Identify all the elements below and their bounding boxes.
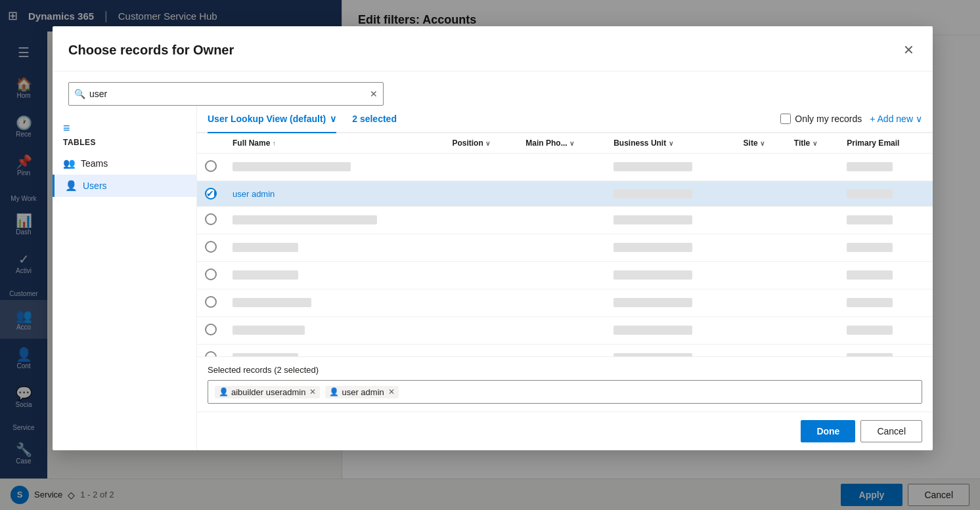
table-row[interactable] (197, 289, 933, 317)
search-icon: 🔍 (74, 89, 85, 99)
cell-site (736, 181, 786, 207)
selected-records-label: Selected records (2 selected) (208, 365, 922, 375)
col-site[interactable]: Site ∨ (736, 133, 786, 154)
tab-bar-right: Only my records + Add new ∨ (780, 114, 922, 124)
view-tab[interactable]: User Lookup View (default) ∨ (208, 106, 336, 133)
cell-bu (613, 162, 692, 171)
cell-title (786, 234, 839, 262)
cell-title (786, 345, 839, 357)
cell-position (444, 317, 518, 345)
selected-records-section: Selected records (2 selected) 👤 aibuilde… (197, 356, 933, 412)
users-icon: 👤 (65, 180, 78, 192)
cell-phone (518, 154, 606, 181)
only-my-records-text: Only my records (795, 114, 862, 124)
cancel-button[interactable]: Cancel (860, 420, 922, 442)
modal-footer: Done Cancel (197, 412, 933, 450)
only-my-records-checkbox[interactable] (780, 114, 791, 124)
cell-site (736, 207, 786, 234)
col-title[interactable]: Title ∨ (786, 133, 839, 154)
row-radio[interactable] (205, 296, 217, 308)
col-position[interactable]: Position ∨ (444, 133, 518, 154)
cell-email (847, 162, 893, 171)
cell-bu (613, 270, 692, 280)
search-section: 🔍 ✕ (53, 72, 933, 106)
cell-site (736, 154, 786, 181)
search-clear-icon[interactable]: ✕ (370, 89, 378, 99)
table-row[interactable] (197, 207, 933, 234)
cell-name (233, 326, 305, 335)
table-row[interactable] (197, 234, 933, 262)
row-radio[interactable] (205, 213, 217, 225)
cell-phone (518, 207, 606, 234)
add-new-chevron: ∨ (916, 114, 922, 124)
cell-site (736, 317, 786, 345)
done-button[interactable]: Done (801, 420, 855, 442)
modal-header: Choose records for Owner ✕ (53, 26, 933, 72)
cell-site (736, 345, 786, 357)
chip-user-icon-1: 👤 (329, 387, 339, 396)
chip-user-icon-0: 👤 (219, 387, 229, 396)
users-label: Users (83, 181, 107, 191)
table-header-row: Full Name ↑ Position ∨ Main Pho... ∨ Bus… (197, 133, 933, 154)
cell-email (847, 270, 893, 280)
selected-count: 2 selected (352, 114, 397, 124)
cell-title (786, 181, 839, 207)
selected-count-tab[interactable]: 2 selected (352, 106, 397, 133)
add-new-button[interactable]: + Add new ∨ (870, 114, 922, 124)
search-input[interactable] (89, 89, 370, 99)
row-radio[interactable] (205, 268, 217, 280)
hamburger-icon: ≡ (63, 121, 70, 135)
chip-close-0[interactable]: ✕ (309, 387, 316, 396)
cell-title (786, 289, 839, 317)
cell-phone (518, 262, 606, 289)
chip-close-1[interactable]: ✕ (388, 387, 395, 396)
row-radio[interactable] (205, 324, 217, 335)
right-panel: User Lookup View (default) ∨ 2 selected … (197, 106, 933, 450)
cell-name (233, 162, 351, 171)
sidebar-item-users[interactable]: 👤 Users (53, 175, 196, 197)
modal-body: ≡ Tables 👥 Teams 👤 Users User Lookup Vie… (53, 106, 933, 450)
col-business-unit[interactable]: Business Unit ∨ (606, 133, 735, 154)
cell-title (786, 262, 839, 289)
table-row[interactable] (197, 154, 933, 181)
only-my-records-label[interactable]: Only my records (780, 114, 862, 124)
cell-phone (518, 345, 606, 357)
table-row[interactable]: ✔ user admin (197, 181, 933, 207)
row-radio[interactable] (205, 351, 217, 356)
row-radio[interactable] (205, 160, 217, 172)
cell-name-link[interactable]: user admin (233, 189, 275, 199)
cell-position (444, 234, 518, 262)
cell-email (847, 298, 893, 307)
records-table-scroll[interactable]: Full Name ↑ Position ∨ Main Pho... ∨ Bus… (197, 133, 933, 356)
cell-title (786, 154, 839, 181)
choose-records-modal: Choose records for Owner ✕ 🔍 ✕ ≡ Tables … (53, 26, 933, 450)
cell-title (786, 317, 839, 345)
cell-bu (613, 298, 692, 307)
col-fullname[interactable]: Full Name ↑ (225, 133, 444, 154)
sidebar-item-teams[interactable]: 👥 Teams (53, 152, 196, 175)
col-email[interactable]: Primary Email (839, 133, 933, 154)
col-phone[interactable]: Main Pho... ∨ (518, 133, 606, 154)
cell-position (444, 345, 518, 357)
cell-site (736, 289, 786, 317)
chip-label-1: user admin (342, 387, 384, 397)
search-input-wrapper[interactable]: 🔍 ✕ (68, 82, 384, 106)
table-row[interactable] (197, 345, 933, 357)
cell-name (233, 215, 377, 224)
table-row[interactable] (197, 262, 933, 289)
chip-useradmin: 👤 user admin ✕ (325, 386, 398, 398)
row-radio[interactable] (205, 241, 217, 253)
modal-close-button[interactable]: ✕ (901, 39, 917, 60)
row-radio-checked[interactable]: ✔ (205, 188, 217, 200)
cell-position (444, 207, 518, 234)
cell-name (233, 298, 311, 307)
selected-chips-container: 👤 aibuilder useradmin ✕ 👤 user admin ✕ (208, 380, 922, 404)
left-panel: ≡ Tables 👥 Teams 👤 Users (53, 106, 197, 450)
cell-position (444, 181, 518, 207)
teams-label: Teams (81, 158, 108, 169)
cell-position (444, 154, 518, 181)
col-select (197, 133, 225, 154)
cell-email (847, 326, 893, 335)
table-row[interactable] (197, 317, 933, 345)
records-table: Full Name ↑ Position ∨ Main Pho... ∨ Bus… (197, 133, 933, 356)
